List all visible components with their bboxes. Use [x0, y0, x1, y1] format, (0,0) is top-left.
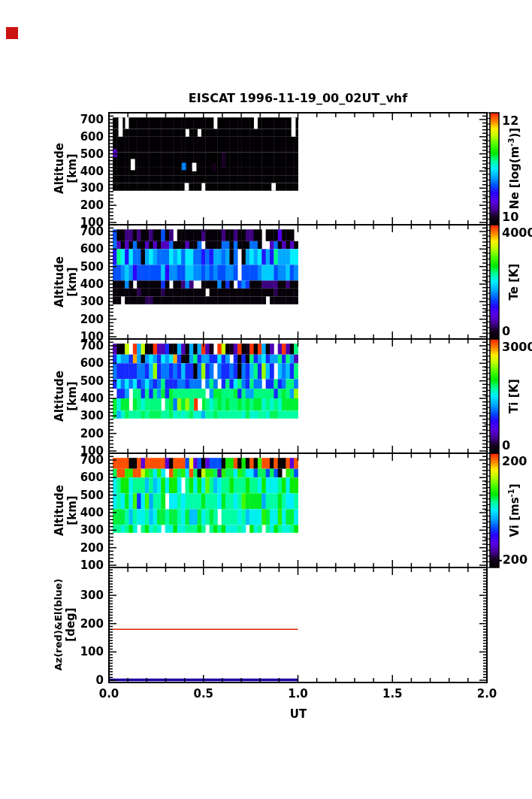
y-tick-label: 700: [45, 453, 104, 467]
y-tick-label: 200: [45, 313, 104, 326]
y-tick-label: 400: [45, 392, 104, 405]
x-tick-label: 1.5: [370, 687, 415, 701]
y-tick-label: 200: [45, 427, 104, 440]
ne-colorbar-title-text: Ne [log(m: [508, 147, 521, 209]
y-tick-label: 0: [45, 673, 104, 687]
x-tick-label: 1.0: [276, 687, 321, 701]
y-tick-label: 700: [45, 339, 104, 353]
red-marker: [6, 27, 18, 39]
vi-colorbar-title: Vi [ms-1]: [505, 454, 523, 567]
y-tick-label: 600: [45, 356, 104, 370]
y-tick-label: 300: [45, 181, 104, 195]
y-tick-label: 500: [45, 147, 104, 161]
te-colorbar-title-text: Te [K]: [507, 264, 521, 301]
y-tick-label: 300: [45, 589, 104, 602]
y-tick-label: 100: [45, 645, 104, 658]
y-tick-label: 500: [45, 374, 104, 388]
ne-colorbar-title-sup: -3: [507, 138, 515, 147]
y-tick-label: 400: [45, 165, 104, 178]
ti-colorbar-title: Ti [K]: [505, 340, 523, 452]
vi-colorbar-title-text: Vi [ms: [508, 497, 521, 537]
y-tick-label: 600: [45, 130, 104, 144]
y-tick-label: 300: [45, 523, 104, 537]
ne-colorbar-title-close: )]: [508, 128, 521, 138]
y-tick-label: 300: [45, 295, 104, 308]
y-tick-label: 700: [45, 113, 104, 126]
y-tick-label: 600: [45, 471, 104, 484]
vi-colorbar-title-sup: -1: [507, 489, 515, 497]
vi-colorbar-title-close: ]: [508, 483, 521, 489]
y-tick-label: 200: [45, 541, 104, 555]
y-tick-label: 100: [45, 558, 104, 572]
y-tick-label: 200: [45, 617, 104, 631]
x-tick-label: 2.0: [464, 687, 509, 701]
te-colorbar-title: Te [K]: [505, 225, 523, 338]
x-tick-label: 0.0: [86, 687, 131, 701]
ti-colorbar-title-text: Ti [K]: [507, 379, 521, 413]
y-tick-label: 500: [45, 260, 104, 274]
y-tick-label: 400: [45, 277, 104, 291]
x-axis-label: UT: [276, 707, 321, 721]
ne-colorbar-title: Ne [log(m-3)]: [505, 112, 523, 225]
figure-title: EISCAT 1996-11-19_00_02UT_vhf: [109, 91, 487, 105]
x-tick-label: 0.5: [181, 687, 226, 701]
y-tick-label: 600: [45, 242, 104, 256]
eiscat-figure: EISCAT 1996-11-19_00_02UT_vhf Altitude […: [0, 0, 532, 799]
y-tick-label: 400: [45, 506, 104, 519]
y-tick-label: 500: [45, 489, 104, 502]
y-tick-label: 700: [45, 225, 104, 238]
y-tick-label: 300: [45, 409, 104, 422]
y-tick-label: 200: [45, 198, 104, 212]
